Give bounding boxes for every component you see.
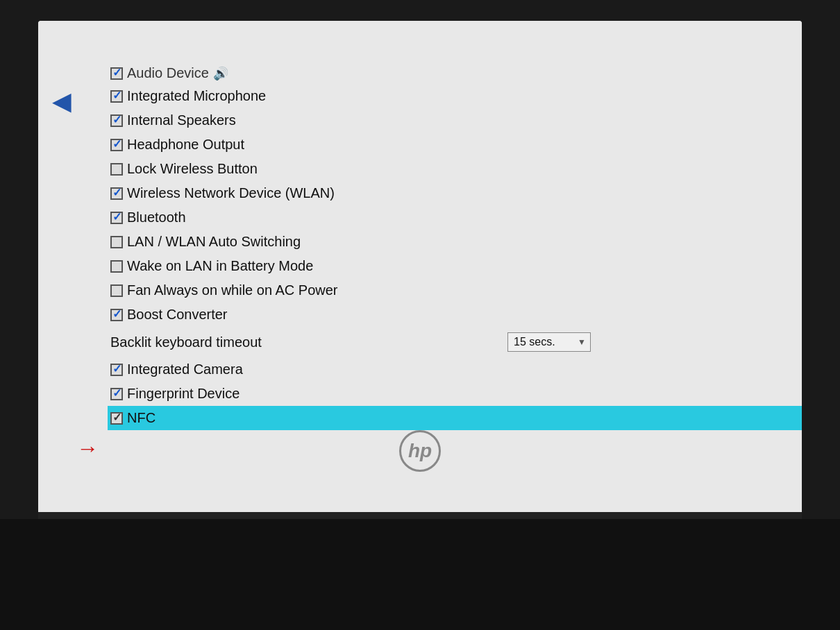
audio-device-label: Audio Device [127,65,209,81]
lan-wlan-auto-item[interactable]: LAN / WLAN Auto Switching [108,230,594,254]
boost-converter-checkbox[interactable] [110,309,123,321]
lan-wlan-auto-checkbox[interactable] [110,236,123,248]
bottom-bar [0,519,840,630]
fingerprint-device-checkbox[interactable] [110,388,123,400]
fan-always-on-checkbox[interactable] [110,284,123,297]
headphone-output-item[interactable]: Headphone Output [108,133,594,157]
integrated-camera-checkbox[interactable] [110,364,123,376]
headphone-output-label: Headphone Output [127,137,244,153]
integrated-camera-item[interactable]: Integrated Camera [108,357,594,382]
settings-list: Audio Device 🔊 Integrated Microphone Int… [108,62,594,430]
lock-wireless-button-item[interactable]: Lock Wireless Button [108,157,594,181]
boost-converter-item[interactable]: Boost Converter [108,303,594,327]
integrated-microphone-checkbox[interactable] [110,90,123,103]
internal-speakers-item[interactable]: Internal Speakers [108,108,594,133]
wake-on-lan-item[interactable]: Wake on LAN in Battery Mode [108,254,594,278]
fan-always-on-label: Fan Always on while on AC Power [127,282,338,298]
backlit-keyboard-row: Backlit keyboard timeout 15 secs. [108,327,594,357]
internal-speakers-label: Internal Speakers [127,112,236,128]
audio-device-row[interactable]: Audio Device 🔊 [108,62,594,84]
hp-text: hp [408,440,432,462]
bluetooth-checkbox[interactable] [110,212,123,224]
nfc-checkbox[interactable] [110,412,123,425]
backlit-keyboard-label: Backlit keyboard timeout [110,334,507,350]
wake-on-lan-checkbox[interactable] [110,260,123,273]
audio-icon: 🔊 [213,66,228,81]
nfc-item[interactable]: NFC [108,406,802,430]
hp-logo: hp [399,430,441,472]
back-arrow[interactable]: ◀ [52,87,72,116]
wake-on-lan-label: Wake on LAN in Battery Mode [127,258,313,274]
integrated-camera-label: Integrated Camera [127,361,243,377]
red-arrow-indicator: → [76,436,99,461]
lock-wireless-button-checkbox[interactable] [110,163,123,176]
internal-speakers-checkbox[interactable] [110,114,123,127]
headphone-output-checkbox[interactable] [110,139,123,151]
audio-device-checkbox[interactable] [110,67,123,80]
wireless-network-device-checkbox[interactable] [110,187,123,200]
lan-wlan-auto-label: LAN / WLAN Auto Switching [127,234,301,250]
content-area: ◀ Audio Device 🔊 Integrated Microphone I… [38,21,802,534]
backlit-keyboard-dropdown[interactable]: 15 secs. [507,332,591,352]
lock-wireless-button-label: Lock Wireless Button [127,161,258,177]
backlit-keyboard-value: 15 secs. [514,336,555,348]
fingerprint-device-item[interactable]: Fingerprint Device [108,382,594,406]
fan-always-on-item[interactable]: Fan Always on while on AC Power [108,278,594,303]
hp-logo-circle: hp [399,430,441,472]
bios-screen: ◀ Audio Device 🔊 Integrated Microphone I… [38,21,802,534]
wireless-network-device-label: Wireless Network Device (WLAN) [127,185,335,201]
bluetooth-item[interactable]: Bluetooth [108,205,594,230]
boost-converter-label: Boost Converter [127,307,228,323]
integrated-microphone-item[interactable]: Integrated Microphone [108,84,594,108]
integrated-microphone-label: Integrated Microphone [127,88,266,104]
wireless-network-device-item[interactable]: Wireless Network Device (WLAN) [108,181,594,205]
nfc-label: NFC [127,410,156,426]
bluetooth-label: Bluetooth [127,210,186,225]
fingerprint-device-label: Fingerprint Device [127,386,240,402]
